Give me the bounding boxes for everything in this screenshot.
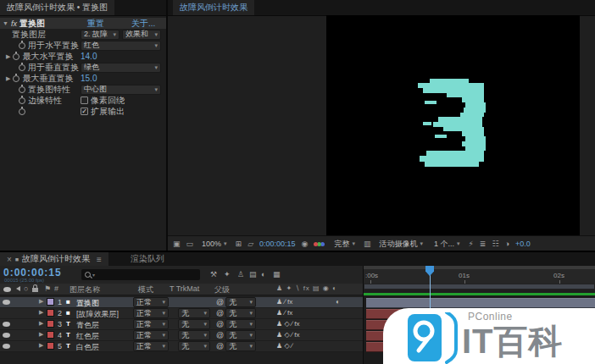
index-column-icon[interactable]: # bbox=[54, 284, 58, 293]
layer-duration-bar[interactable] bbox=[366, 298, 595, 308]
eye-icon[interactable] bbox=[3, 333, 10, 338]
expand-arrow-icon[interactable]: ▶ bbox=[39, 309, 43, 316]
expand-arrow-icon[interactable]: ▶ bbox=[39, 342, 43, 349]
shy-layers-icon[interactable]: ♙ bbox=[237, 270, 244, 279]
stopwatch-icon[interactable] bbox=[19, 108, 25, 115]
layer-color-swatch[interactable] bbox=[47, 331, 54, 339]
parent-dropdown[interactable]: 无▾ bbox=[225, 319, 256, 329]
pixel-aspect-icon[interactable]: ▥ bbox=[364, 240, 371, 248]
blend-mode-dropdown[interactable]: 正常▾ bbox=[133, 308, 169, 318]
expand-output-checkbox[interactable]: ✓ bbox=[81, 108, 88, 115]
camera-view-dropdown[interactable]: 活动摄像机 ▾ bbox=[376, 239, 425, 249]
layer-switches[interactable]: ♟ ∕ fx bbox=[276, 309, 292, 317]
label-column-icon[interactable]: ⚑ bbox=[44, 284, 51, 293]
pickwhip-icon[interactable]: @ bbox=[216, 320, 224, 328]
parent-dropdown[interactable]: 无▾ bbox=[225, 297, 256, 307]
preview-timecode[interactable]: 0:00:00:15 bbox=[259, 240, 296, 248]
parent-dropdown[interactable]: 无▾ bbox=[225, 308, 256, 318]
expand-arrow-icon[interactable]: ▶ bbox=[6, 75, 10, 82]
trkmat-dropdown[interactable]: 无▾ bbox=[178, 341, 210, 351]
effect-name[interactable]: 置换图 bbox=[19, 18, 45, 30]
layer-name[interactable]: 白色层 bbox=[76, 342, 99, 353]
layer-color-swatch[interactable] bbox=[47, 309, 54, 317]
layer-switches[interactable]: ♟ ◇ ∕ bbox=[276, 342, 292, 350]
max-vertical-value[interactable]: 15.0 bbox=[81, 74, 97, 83]
layer-switches[interactable]: ♟ ◇ ∕ fx bbox=[276, 331, 300, 339]
layer-switches[interactable]: ♟ ◇ ∕ fx bbox=[276, 320, 300, 328]
always-preview-icon[interactable]: ▣ bbox=[173, 240, 181, 248]
eye-icon[interactable] bbox=[3, 300, 10, 305]
layer-color-swatch[interactable] bbox=[47, 298, 54, 306]
layer-color-swatch[interactable] bbox=[47, 342, 54, 350]
blend-mode-dropdown[interactable]: 正常▾ bbox=[133, 319, 169, 329]
pickwhip-icon[interactable]: @ bbox=[216, 342, 224, 350]
motion-blur-icon[interactable]: ◐ bbox=[261, 270, 265, 279]
layer-name-header[interactable]: 图层名称 bbox=[70, 284, 100, 295]
expand-arrow-icon[interactable]: ▶ bbox=[39, 320, 43, 327]
reset-button[interactable]: 重置 bbox=[87, 18, 104, 30]
expand-arrow-icon[interactable]: ▶ bbox=[39, 331, 43, 338]
tab-timeline-comp[interactable]: × ■ 故障风倒计时效果 ≡ bbox=[0, 252, 108, 266]
channel-color-icon[interactable] bbox=[314, 242, 318, 246]
time-ruler[interactable]: :00s 01s 02s bbox=[364, 266, 595, 284]
table-row[interactable]: ▶ 2 ■ [故障效果层] 正常▾ 无▾ @ 无▾ ♟ ∕ fx bbox=[0, 308, 363, 319]
composition-viewport[interactable] bbox=[326, 15, 580, 235]
stopwatch-icon[interactable] bbox=[19, 42, 25, 49]
eye-column-icon[interactable] bbox=[3, 287, 11, 292]
time-navigator[interactable] bbox=[364, 266, 595, 269]
expand-arrow-icon[interactable]: ▶ bbox=[6, 53, 10, 60]
mini-flowchart-icon[interactable]: ⚒ bbox=[210, 270, 217, 279]
timeline-toggle-icon[interactable]: ≣ bbox=[480, 240, 487, 248]
tab-effect-controls[interactable]: 故障风倒计时效果 • 置换图 bbox=[0, 0, 114, 15]
view-layout-dropdown[interactable]: 1 个... ▾ bbox=[431, 239, 463, 249]
close-icon[interactable]: × bbox=[7, 255, 12, 264]
collapse-triangle-icon[interactable]: ▼ bbox=[3, 20, 8, 26]
tab-composition[interactable]: 故障风倒计时效果 bbox=[173, 0, 254, 15]
resolution-dropdown[interactable]: 完整 ▾ bbox=[331, 239, 358, 249]
tab-render-queue[interactable]: 渲染队列 bbox=[124, 252, 171, 266]
table-row[interactable]: ▶ 1 ■ 置换图 正常▾ ▾ @ 无▾ ♟ ∕ fx ◐ bbox=[0, 297, 363, 308]
frame-blend-icon[interactable]: ▤ bbox=[249, 270, 257, 279]
mode-header[interactable]: 模式 bbox=[138, 284, 153, 295]
panel-menu-icon[interactable]: ≡ bbox=[97, 255, 102, 264]
table-row[interactable]: ▶ 5 T 白色层 正常▾ 无▾ @ 无▾ ♟ ◇ ∕ bbox=[0, 341, 363, 352]
about-button[interactable]: 关于... bbox=[131, 18, 155, 30]
effect-header-row[interactable]: ▼ fx 置换图 重置 关于... bbox=[0, 18, 166, 29]
fast-preview-icon[interactable]: ⚡ bbox=[469, 240, 474, 248]
search-input[interactable]: ▾ bbox=[81, 269, 200, 280]
vertical-channel-dropdown[interactable]: 绿色 ▾ bbox=[81, 63, 161, 73]
parent-dropdown[interactable]: 无▾ bbox=[225, 330, 256, 340]
stopwatch-icon[interactable] bbox=[19, 64, 25, 71]
trkmat-dropdown[interactable]: 无▾ bbox=[178, 330, 210, 340]
layer-source-dropdown[interactable]: 效果和 ▾ bbox=[122, 30, 161, 40]
audio-column-icon[interactable] bbox=[14, 286, 20, 291]
switches-header[interactable]: ♟ ✦ ∖ fx ▤ ◉ ◐ bbox=[276, 284, 337, 292]
expand-arrow-icon[interactable]: ▶ bbox=[39, 298, 43, 305]
trkmat-dropdown[interactable]: 无▾ bbox=[178, 308, 210, 318]
flowchart-icon[interactable]: ☷ bbox=[492, 240, 498, 248]
exposure-value[interactable]: +0.0 bbox=[515, 240, 531, 248]
work-area-bar[interactable] bbox=[364, 284, 595, 290]
region-of-interest-icon[interactable]: ▱ bbox=[247, 240, 253, 248]
pickwhip-icon[interactable]: @ bbox=[216, 309, 224, 317]
trkmat-dropdown[interactable]: 无▾ bbox=[178, 319, 210, 329]
pickwhip-icon[interactable]: @ bbox=[216, 298, 224, 306]
eye-icon[interactable] bbox=[3, 344, 10, 349]
parent-header[interactable]: 父级 bbox=[214, 284, 230, 295]
magnification-dropdown[interactable]: 100% ▾ bbox=[199, 239, 230, 249]
snapshot-camera-icon[interactable]: ◉ bbox=[302, 240, 309, 248]
table-row[interactable]: ▶ 3 T 青色层 正常▾ 无▾ @ 无▾ ♟ ◇ ∕ fx bbox=[0, 319, 363, 330]
lock-column-icon[interactable] bbox=[32, 288, 38, 292]
stopwatch-icon[interactable] bbox=[19, 97, 25, 104]
eye-icon[interactable] bbox=[3, 322, 10, 327]
stopwatch-icon[interactable] bbox=[13, 75, 19, 82]
displacement-layer-dropdown[interactable]: 2. 故障 ▾ bbox=[81, 30, 120, 40]
map-behavior-dropdown[interactable]: 中心图 ▾ bbox=[81, 85, 161, 95]
stopwatch-icon[interactable] bbox=[19, 86, 25, 93]
current-timecode[interactable]: 0:00:00:15 bbox=[3, 267, 62, 279]
exposure-icon[interactable]: ◑ bbox=[504, 240, 509, 248]
trkmat-header[interactable]: T TrkMat bbox=[170, 284, 199, 293]
layer-switches[interactable]: ♟ ∕ fx bbox=[276, 298, 292, 306]
pixel-wrap-checkbox[interactable] bbox=[81, 97, 88, 104]
draft-3d-icon[interactable]: ✦ bbox=[224, 270, 231, 279]
